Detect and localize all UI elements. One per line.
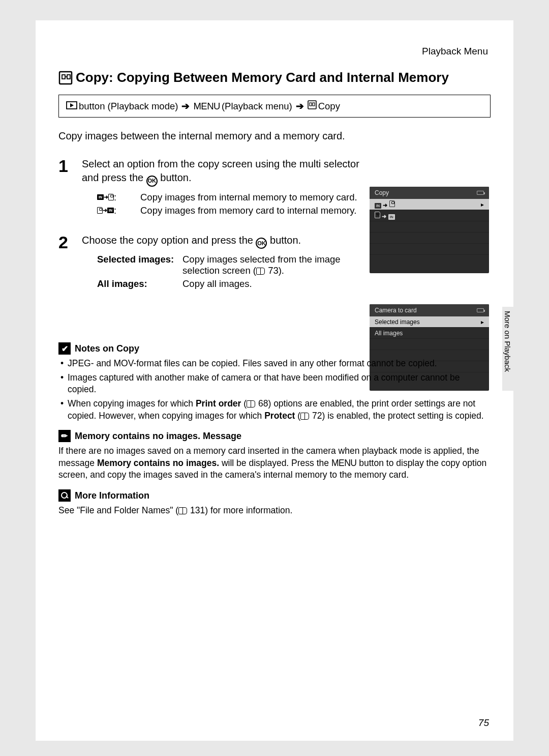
page-ref: 73	[268, 265, 279, 276]
step-heading: Select an option from the copy screen us…	[82, 157, 363, 187]
info-icon	[58, 489, 71, 502]
arrow-icon: ➜	[382, 213, 386, 219]
step-body: Choose the copy option and press the OK …	[82, 234, 363, 292]
t: ) is enabled, the protect setting is cop…	[322, 411, 484, 421]
sd-icon	[108, 194, 114, 200]
sd-to-in-icon: ➜ IN	[375, 212, 395, 220]
playback-icon	[66, 101, 77, 112]
screen-row-selected[interactable]: IN ➜ ▸	[370, 199, 489, 210]
t: See "File and Folder Names" (	[58, 505, 178, 515]
ok-button-icon: OK	[146, 176, 158, 187]
empty-row	[370, 221, 489, 232]
svg-rect-1	[62, 75, 65, 79]
option-selected-images: Selected images: Copy images selected fr…	[97, 254, 363, 276]
note-item: JPEG- and MOV-format files can be copied…	[58, 358, 491, 370]
step-heading: Choose the copy option and press the OK …	[82, 234, 363, 249]
screen-header: Copy	[370, 187, 489, 199]
intro-text: Copy images between the internal memory …	[58, 130, 491, 142]
option-card-to-internal: ➜ IN: Copy images from memory card to in…	[97, 205, 363, 216]
screen-row[interactable]: All images	[370, 328, 489, 339]
empty-row	[370, 244, 489, 255]
bc-part-1: button (Playback mode)	[79, 101, 178, 112]
notes-section: ✔ Notes on Copy JPEG- and MOV-format fil…	[58, 342, 491, 517]
title-text: Copy: Copying Between Memory Card and In…	[76, 70, 449, 85]
notes-list: JPEG- and MOV-format files can be copied…	[58, 358, 491, 422]
desc: Copy images from internal memory to memo…	[140, 192, 357, 203]
t: ).	[279, 265, 284, 276]
option-internal-to-card: IN ➜ : Copy images from internal memory …	[97, 192, 363, 203]
in-icon: IN	[97, 194, 104, 200]
ok-button-icon: OK	[256, 238, 267, 249]
arrow-icon: ➜	[103, 207, 107, 214]
message-paragraph: If there are no images saved on a memory…	[58, 445, 491, 481]
page-title: Copy: Copying Between Memory Card and In…	[58, 70, 491, 85]
protect-label: Protect	[264, 411, 295, 421]
battery-icon	[477, 191, 484, 195]
message-title: ✎ Memory contains no images. Message	[58, 430, 491, 442]
t: When copying images for which	[68, 398, 196, 409]
sd-icon	[389, 200, 395, 207]
battery-icon	[477, 308, 484, 312]
menu-button-text: MENU	[193, 101, 220, 112]
side-tab: More on Playback	[502, 307, 513, 391]
step-number: 1	[58, 157, 73, 175]
copy-small-icon	[308, 100, 317, 112]
in-icon: IN	[375, 203, 381, 209]
title-text: Notes on Copy	[75, 343, 139, 354]
sd-icon	[375, 212, 380, 218]
empty-row	[370, 339, 489, 350]
chevron-right-icon: ▸	[481, 201, 484, 208]
page-ref: 131	[190, 505, 205, 515]
t: button.	[267, 235, 301, 246]
empty-row	[370, 232, 489, 244]
t: (	[295, 411, 300, 421]
desc: Copy all images.	[182, 278, 363, 289]
svg-rect-2	[67, 75, 70, 79]
t: ) for more information.	[205, 505, 292, 515]
row-text: Selected images	[375, 318, 420, 326]
t: Select an option from the copy screen us…	[82, 158, 359, 183]
book-icon	[256, 268, 265, 275]
page-container: More on Playback Playback Menu Copy: Cop…	[36, 20, 513, 741]
svg-rect-6	[313, 103, 315, 106]
sd-icon	[97, 207, 103, 214]
row-text: All images	[375, 330, 403, 337]
svg-rect-5	[310, 103, 312, 106]
book-icon	[247, 400, 255, 408]
label: Selected images	[97, 254, 171, 265]
book-icon	[178, 507, 187, 514]
book-icon	[300, 413, 309, 420]
t: (	[241, 398, 247, 409]
in-to-sd-icon: IN ➜	[375, 200, 395, 209]
in-icon: IN	[107, 208, 114, 213]
arrow-icon: ➔	[296, 101, 304, 112]
screen-row-selected[interactable]: Selected images ▸	[370, 316, 489, 328]
title-text: More Information	[75, 490, 149, 501]
page-header: Playback Menu	[58, 46, 491, 57]
t: button.	[158, 172, 192, 183]
t: Choose the copy option and press the	[82, 235, 256, 246]
breadcrumb: button (Playback mode) ➔ MENU (Playback …	[58, 95, 491, 118]
more-info-title: More Information	[58, 489, 491, 502]
bc-part-2: (Playback menu)	[222, 101, 292, 112]
screen-title: Camera to card	[375, 307, 417, 314]
more-info-paragraph: See "File and Folder Names" ( 131) for m…	[58, 505, 491, 517]
option-all-images: All images: Copy all images.	[97, 278, 363, 289]
in-icon: IN	[388, 214, 395, 220]
sd-to-in-icon: ➜ IN:	[97, 205, 135, 216]
screen-row[interactable]: ➜ IN	[370, 210, 489, 221]
print-order-label: Print order	[196, 398, 241, 409]
screen-header: Camera to card	[370, 304, 489, 316]
page-ref: 72	[312, 411, 322, 421]
bc-part-3: Copy	[318, 101, 340, 112]
t: will be displayed. Press the	[219, 458, 331, 468]
check-icon: ✔	[58, 342, 71, 355]
screen-title: Copy	[375, 189, 389, 196]
msg-bold: Memory contains no images.	[97, 458, 219, 468]
note-item: When copying images for which Print orde…	[58, 398, 491, 422]
note-item: Images captured with another make of cam…	[58, 372, 491, 396]
menu-button-text: MENU	[331, 458, 357, 468]
title-text: Memory contains no images. Message	[75, 431, 241, 442]
camera-screen-copy: Copy IN ➜ ▸ ➜ IN	[370, 187, 489, 273]
pencil-icon: ✎	[58, 430, 71, 442]
